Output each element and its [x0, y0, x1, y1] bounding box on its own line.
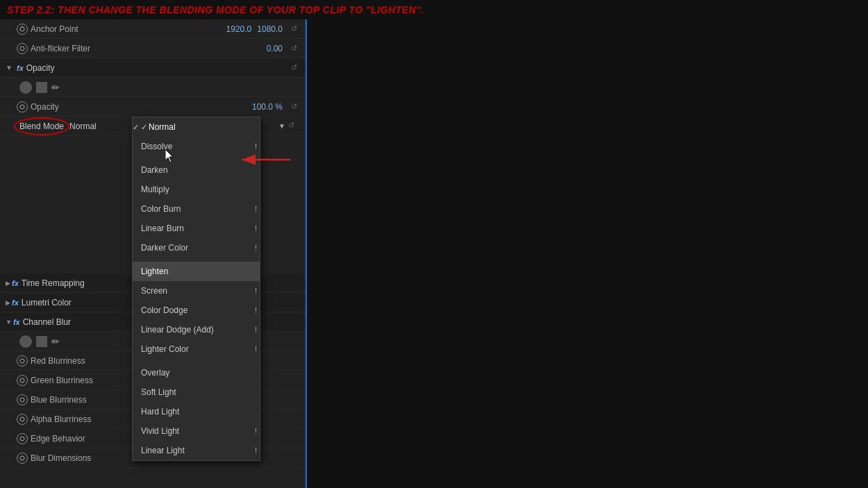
svg-point-2 — [20, 47, 24, 51]
blend-mode-label: Blend Mode — [19, 121, 64, 131]
dropdown-label-screen: Screen — [141, 286, 167, 296]
anchor-point-label: Anchor Point — [31, 24, 226, 34]
dropdown-item-linear-light[interactable]: Linear Light — [133, 441, 260, 460]
blend-mode-chevron-icon: ▼ — [278, 122, 285, 130]
anti-flicker-reset[interactable]: ↺ — [288, 43, 299, 54]
anchor-reset[interactable]: ↺ — [288, 24, 299, 35]
green-blur-icon — [17, 375, 28, 386]
dropdown-label-dissolve: Dissolve — [141, 142, 172, 151]
opacity-prop-icon — [17, 101, 28, 112]
header-banner: STEP 2.2: THEN CHANGE THE BLENDING MODE … — [0, 0, 868, 19]
brush-icon[interactable]: ✏ — [51, 82, 60, 93]
time-remapping-fx: fx — [12, 279, 19, 287]
square-icon-1[interactable] — [36, 82, 47, 93]
dropdown-item-darken[interactable]: Darken — [133, 160, 260, 180]
lumetri-expand: ▶ — [6, 299, 10, 306]
dropdown-item-dissolve[interactable]: Dissolve — [133, 137, 260, 156]
dropdown-item-overlay[interactable]: Overlay — [133, 363, 260, 382]
opacity-label: Opacity — [31, 102, 252, 112]
dropdown-item-color-dodge[interactable]: Color Dodge — [133, 301, 260, 320]
opacity-section-reset[interactable]: ↺ — [288, 62, 299, 74]
lumetri-label: Lumetri Color — [22, 298, 72, 308]
dropdown-item-color-burn[interactable]: Color Burn — [133, 199, 260, 219]
lumetri-fx: fx — [12, 298, 19, 307]
red-blur-icon — [17, 355, 28, 367]
svg-point-6 — [20, 398, 24, 402]
blur-dim-icon — [17, 453, 28, 464]
dropdown-label-soft-light: Soft Light — [141, 387, 176, 397]
blend-mode-row[interactable]: Blend Mode Normal ▼ ↺ ✓ Normal Dissolve … — [0, 117, 305, 136]
svg-point-5 — [20, 378, 24, 382]
anchor-point-row: Anchor Point 1920.0 1080.0 ↺ — [0, 19, 305, 39]
dropdown-item-vivid-light[interactable]: Vivid Light — [133, 421, 260, 441]
opacity-value-row: Opacity 100.0 % ↺ — [0, 97, 305, 117]
dropdown-item-soft-light[interactable]: Soft Light — [133, 382, 260, 402]
circle-icon-1[interactable] — [19, 81, 32, 94]
channel-blur-expand: ▼ — [6, 319, 12, 326]
right-panel — [306, 19, 868, 488]
anchor-x-value[interactable]: 1920.0 — [226, 24, 252, 34]
blend-mode-dropdown[interactable]: ✓ Normal Dissolve Darken Multiply Color … — [132, 117, 260, 461]
header-text: STEP 2.2: THEN CHANGE THE BLENDING MODE … — [7, 4, 424, 15]
dropdown-label-linear-light: Linear Light — [141, 446, 185, 455]
anti-flicker-icon — [17, 43, 28, 54]
dropdown-label-lighter-color: Lighter Color — [141, 344, 189, 354]
opacity-section-header[interactable]: ▼ fx Opacity ↺ — [0, 58, 305, 78]
cb-brush-icon[interactable]: ✏ — [51, 336, 60, 347]
dropdown-item-linear-dodge[interactable]: Linear Dodge (Add) — [133, 320, 260, 339]
cb-circle-icon[interactable] — [19, 335, 32, 348]
left-panel: Anchor Point 1920.0 1080.0 ↺ Anti-flicke… — [0, 19, 306, 488]
anti-flicker-row: Anti-flicker Filter 0.00 ↺ — [0, 39, 305, 58]
svg-point-8 — [20, 437, 24, 441]
opacity-expand-arrow: ▼ — [6, 64, 14, 72]
dropdown-label-linear-burn: Linear Burn — [141, 224, 184, 233]
svg-point-7 — [20, 417, 24, 421]
opacity-section-label: Opacity — [26, 63, 55, 73]
dropdown-item-multiply[interactable]: Multiply — [133, 180, 260, 199]
blue-blur-icon — [17, 394, 28, 405]
dropdown-label-color-dodge: Color Dodge — [141, 305, 187, 315]
channel-blur-label: Channel Blur — [23, 317, 71, 327]
dropdown-item-lighter-color[interactable]: Lighter Color — [133, 339, 260, 359]
anchor-y-value[interactable]: 1080.0 — [257, 24, 283, 34]
anchor-icon — [17, 24, 28, 35]
dropdown-label-lighten: Lighten — [141, 267, 168, 276]
svg-point-9 — [20, 456, 24, 460]
svg-point-0 — [20, 27, 24, 31]
channel-blur-fx: fx — [13, 318, 20, 326]
dropdown-label-normal: Normal — [149, 122, 176, 132]
edge-behavior-icon — [17, 433, 28, 444]
dropdown-item-hard-light[interactable]: Hard Light — [133, 402, 260, 421]
dropdown-item-normal[interactable]: ✓ Normal — [133, 117, 260, 137]
dropdown-label-color-burn: Color Burn — [141, 204, 181, 214]
time-remapping-expand: ▶ — [6, 280, 10, 287]
dropdown-item-screen[interactable]: Screen — [133, 281, 260, 301]
opacity-fx-label: fx — [17, 64, 24, 72]
dropdown-label-hard-light: Hard Light — [141, 407, 179, 417]
cb-square-icon[interactable] — [36, 336, 47, 347]
time-remapping-label: Time Remapping — [22, 278, 85, 288]
blend-mode-reset[interactable]: ↺ — [288, 121, 299, 132]
checkmark-icon: ✓ — [141, 123, 147, 132]
dropdown-label-overlay: Overlay — [141, 368, 169, 378]
dropdown-label-multiply: Multiply — [141, 185, 169, 194]
dropdown-item-darker-color[interactable]: Darker Color — [133, 238, 260, 258]
dropdown-label-darker-color: Darker Color — [141, 243, 188, 253]
dropdown-item-lighten[interactable]: Lighten — [133, 262, 260, 281]
opacity-value[interactable]: 100.0 % — [252, 102, 283, 112]
opacity-icons-row: ✏ — [0, 78, 305, 97]
dropdown-label-linear-dodge: Linear Dodge (Add) — [141, 325, 214, 335]
opacity-reset[interactable]: ↺ — [288, 101, 299, 112]
svg-point-4 — [20, 359, 24, 363]
alpha-blur-icon — [17, 414, 28, 425]
dropdown-label-darken: Darken — [141, 165, 168, 175]
anti-flicker-label: Anti-flicker Filter — [31, 44, 267, 53]
dropdown-label-vivid-light: Vivid Light — [141, 426, 179, 436]
blue-divider — [306, 19, 307, 488]
svg-point-3 — [20, 105, 24, 109]
anti-flicker-value[interactable]: 0.00 — [267, 44, 283, 53]
dropdown-item-linear-burn[interactable]: Linear Burn — [133, 219, 260, 238]
